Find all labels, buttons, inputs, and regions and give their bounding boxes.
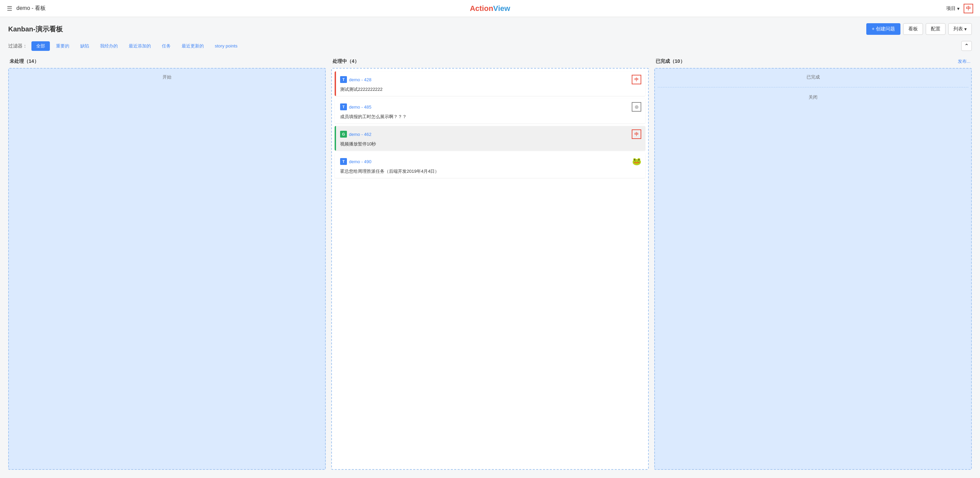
card-485-id-row: T demo - 485 [340,103,372,110]
column-inprogress: 处理中（4） T demo - 428 中 测试测试2222222222 T [328,55,652,470]
column-done-title: 已完成（10） [655,59,685,65]
page-header: Kanban-演示看板 + 创建问题 看板 配置 列表 ▾ [0,17,980,39]
page-title: Kanban-演示看板 [8,25,63,34]
column-todo-header: 未处理（14） [8,55,326,68]
card-462-avatar[interactable]: 中 [632,129,641,139]
column-done-header: 已完成（10） 发布... [654,55,972,68]
column-done-body[interactable]: 已完成 关闭 [654,68,972,470]
card-428-title: 测试测试2222222222 [340,86,641,92]
card-490: T demo - 490 🐸 霍总您给周理胜派任务（后端开发2019年4月4日） [335,153,645,178]
brand-view: View [493,4,510,13]
filter-bar: 过滤器： 全部 重要的 缺陷 我经办的 最近添加的 任务 最近更新的 story… [0,39,980,55]
nav-left: ☰ demo - 看板 [7,5,46,12]
section-divider [658,87,968,87]
card-462-header: G demo - 462 中 [340,129,641,139]
filter-story-points[interactable]: story points [210,42,242,50]
nav-right: 项目 ▾ 中 [946,4,973,13]
filter-recent-add[interactable]: 最近添加的 [124,41,156,51]
list-button[interactable]: 列表 ▾ [948,23,972,35]
publish-button[interactable]: 发布... [958,59,970,65]
nav-title: demo - 看板 [16,5,46,12]
column-todo-title: 未处理（14） [10,59,39,65]
nav-center: ActionView [470,4,510,13]
column-inprogress-header: 处理中（4） [331,55,649,68]
card-428-id-row: T demo - 428 [340,76,372,83]
column-inprogress-title: 处理中（4） [332,59,359,65]
brand-action: Action [470,4,493,13]
card-490-title: 霍总您给周理胜派任务（后端开发2019年4月4日） [340,168,641,175]
card-490-avatar[interactable]: 🐸 [632,157,641,166]
create-issue-button[interactable]: + 创建问题 [866,23,900,35]
card-462-type: G [340,131,347,138]
filter-task[interactable]: 任务 [157,41,175,51]
brand: ActionView [470,4,510,13]
card-428-id[interactable]: demo - 428 [349,77,372,82]
column-todo: 未处理（14） 开始 [5,55,328,470]
config-button[interactable]: 配置 [926,23,945,35]
project-menu[interactable]: 项目 ▾ [946,5,959,12]
card-428-type: T [340,76,347,83]
column-todo-body[interactable]: 开始 [8,68,326,470]
filter-collapse-button[interactable]: ⌃ [961,41,972,51]
card-462-title: 视频播放暂停10秒 [340,141,641,147]
card-485: T demo - 485 ◎ 成员填报的工时怎么展示啊？？？ [335,98,645,123]
hamburger-icon[interactable]: ☰ [7,5,12,12]
filter-mine[interactable]: 我经办的 [95,41,123,51]
card-485-avatar[interactable]: ◎ [632,102,641,112]
card-485-type: T [340,103,347,110]
card-485-id[interactable]: demo - 485 [349,105,372,110]
card-428: T demo - 428 中 测试测试2222222222 [335,71,645,96]
card-462: G demo - 462 中 视频播放暂停10秒 [335,126,645,151]
filter-bug[interactable]: 缺陷 [75,41,94,51]
card-485-title: 成员填报的工时怎么展示啊？？？ [340,114,641,120]
filter-all[interactable]: 全部 [32,41,50,51]
header-actions: + 创建问题 看板 配置 列表 ▾ [866,23,972,35]
card-490-type: T [340,158,347,165]
card-490-id[interactable]: demo - 490 [349,159,372,164]
filter-important[interactable]: 重要的 [51,41,74,51]
section-start-label: 开始 [12,71,322,83]
top-nav: ☰ demo - 看板 ActionView 项目 ▾ 中 [0,0,980,17]
card-428-avatar[interactable]: 中 [632,75,641,84]
card-485-header: T demo - 485 ◎ [340,102,641,112]
kanban-button[interactable]: 看板 [903,23,923,35]
filter-recent-update[interactable]: 最近更新的 [177,41,208,51]
user-avatar[interactable]: 中 [964,4,973,13]
column-done: 已完成（10） 发布... 已完成 关闭 [652,55,975,470]
card-490-id-row: T demo - 490 [340,158,372,165]
section-done-label: 已完成 [658,71,968,83]
card-462-id[interactable]: demo - 462 [349,132,372,137]
section-close-label: 关闭 [658,92,968,103]
card-428-header: T demo - 428 中 [340,75,641,84]
column-inprogress-body[interactable]: T demo - 428 中 测试测试2222222222 T demo - 4… [331,68,649,470]
kanban-board: 未处理（14） 开始 处理中（4） T demo - 428 中 测试测试222… [0,55,980,476]
card-490-header: T demo - 490 🐸 [340,157,641,166]
card-462-id-row: G demo - 462 [340,131,372,138]
filter-label: 过滤器： [8,43,27,49]
